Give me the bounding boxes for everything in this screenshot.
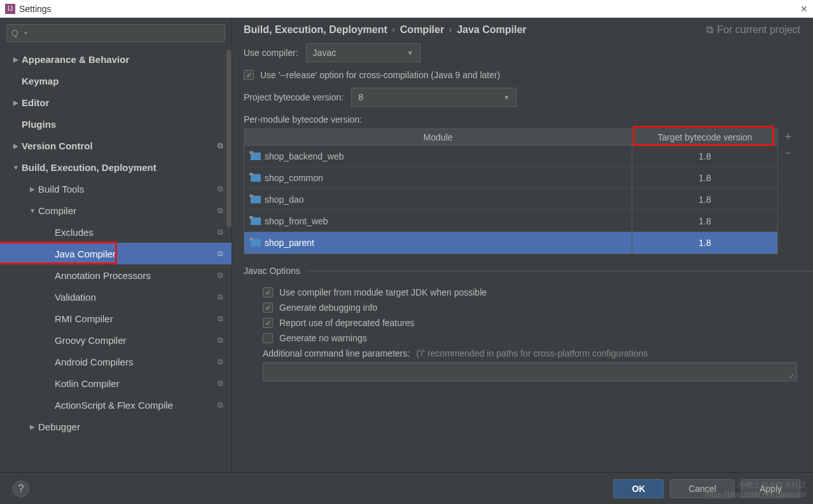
app-logo-icon: IJ	[5, 4, 15, 14]
tree-item-keymap[interactable]: Keymap	[0, 70, 232, 92]
sidebar: Q ▾ ▶Appearance & BehaviorKeymap▶EditorP…	[0, 18, 232, 472]
tree-item-java-compiler[interactable]: Java Compiler⧉	[0, 243, 232, 264]
opt-target-jdk-checkbox[interactable]	[263, 287, 273, 297]
scrollbar[interactable]	[226, 50, 232, 228]
tree-item-version-control[interactable]: ▶Version Control⧉	[0, 135, 232, 156]
table-header: Module Target bytecode version	[244, 129, 777, 146]
project-bytecode-label: Project bytecode version:	[244, 92, 344, 102]
titlebar: IJ Settings ✕	[0, 0, 813, 18]
folder-icon	[251, 153, 261, 160]
copy-icon: ⧉	[218, 336, 226, 344]
opt-no-warnings-checkbox[interactable]	[263, 333, 273, 343]
copy-icon: ⧉	[218, 314, 226, 323]
release-option-label: Use '--release' option for cross-compila…	[260, 70, 500, 80]
tree-arrow-icon: ▶	[11, 99, 20, 106]
breadcrumb-item[interactable]: Build, Execution, Deployment	[244, 24, 387, 36]
chevron-down-icon[interactable]: ▾	[24, 29, 27, 36]
cmdline-hint: ('/' recommended in paths for cross-plat…	[416, 348, 648, 358]
javac-options-group: Javac Options Use compiler from module t…	[244, 266, 813, 381]
tree-arrow-icon: ▶	[28, 186, 37, 193]
tree-item-android-compilers[interactable]: Android Compilers⧉	[0, 351, 232, 372]
table-row[interactable]: shop_dao1.8	[244, 189, 777, 210]
chevron-right-icon: ›	[449, 25, 452, 34]
tree-item-actionscript-flex-compile[interactable]: ActionScript & Flex Compile⧉	[0, 394, 232, 416]
per-module-label: Per-module bytecode version:	[244, 114, 813, 125]
cmdline-label: Additional command line parameters:	[263, 348, 410, 358]
search-box: Q ▾	[6, 24, 225, 42]
copy-icon: ⧉	[218, 228, 226, 236]
tree-item-validation[interactable]: Validation⧉	[0, 286, 232, 308]
copy-icon: ⧉	[218, 206, 226, 215]
tree-arrow-icon: ▶	[11, 56, 20, 63]
chevron-right-icon: ›	[393, 25, 395, 34]
for-current-project: ⧉ For current project	[706, 24, 800, 36]
folder-icon	[251, 174, 261, 182]
tree-item-groovy-compiler[interactable]: Groovy Compiler⧉	[0, 329, 232, 351]
tree-item-plugins[interactable]: Plugins	[0, 113, 232, 135]
watermark: @稀土掘金技术社区 https://blog.csdn.net/Dawsson	[705, 480, 807, 499]
tree-item-kotlin-compiler[interactable]: Kotlin Compiler⧉	[0, 372, 232, 394]
opt-deprecated-checkbox[interactable]	[263, 318, 273, 328]
tree-arrow-icon: ▶	[28, 423, 37, 430]
chevron-down-icon: ▼	[407, 50, 413, 57]
tree-arrow-icon: ▼	[11, 164, 20, 171]
copy-icon: ⧉	[218, 357, 226, 366]
search-icon: Q	[11, 28, 18, 38]
tree-item-appearance-behavior[interactable]: ▶Appearance & Behavior	[0, 48, 232, 70]
ok-button[interactable]: OK	[613, 479, 664, 498]
content-pane: Build, Execution, Deployment › Compiler …	[232, 18, 813, 472]
tree-arrow-icon: ▼	[28, 207, 37, 214]
th-module: Module	[244, 129, 632, 145]
folder-icon	[251, 196, 261, 203]
breadcrumb-item[interactable]: Compiler	[400, 24, 444, 36]
tree-item-editor[interactable]: ▶Editor	[0, 92, 232, 113]
copy-icon: ⧉	[218, 292, 226, 301]
tree-item-excludes[interactable]: Excludes⧉	[0, 221, 232, 243]
tree-item-build-execution-deployment[interactable]: ▼Build, Execution, Deployment	[0, 156, 232, 178]
copy-icon: ⧉	[218, 141, 226, 150]
close-icon[interactable]: ✕	[800, 4, 808, 14]
search-input[interactable]	[6, 24, 225, 42]
use-compiler-label: Use compiler:	[244, 48, 298, 58]
opt-debug-info-checkbox[interactable]	[263, 303, 273, 313]
folder-icon	[251, 239, 261, 247]
chevron-down-icon: ▼	[503, 94, 510, 101]
tree-item-compiler[interactable]: ▼Compiler⧉	[0, 200, 232, 221]
breadcrumb: Build, Execution, Deployment › Compiler …	[244, 24, 813, 43]
table-row[interactable]: shop_parent1.8	[244, 232, 777, 254]
copy-icon: ⧉	[218, 379, 226, 388]
tree-item-annotation-processors[interactable]: Annotation Processors⧉	[0, 264, 232, 286]
tree-item-rmi-compiler[interactable]: RMI Compiler⧉	[0, 308, 232, 329]
th-target: Target bytecode version	[632, 129, 777, 145]
release-option-checkbox[interactable]	[244, 70, 254, 80]
tree-item-build-tools[interactable]: ▶Build Tools⧉	[0, 178, 232, 200]
help-button[interactable]: ?	[13, 480, 29, 497]
table-row[interactable]: shop_common1.8	[244, 167, 777, 189]
copy-icon: ⧉	[218, 184, 226, 193]
remove-row-button[interactable]: －	[782, 145, 795, 158]
table-row[interactable]: shop_backend_web1.8	[244, 146, 777, 167]
copy-icon: ⧉	[218, 249, 226, 258]
window-title: Settings	[19, 4, 52, 14]
breadcrumb-item[interactable]: Java Compiler	[457, 24, 526, 36]
project-bytecode-dropdown[interactable]: 8 ▼	[351, 88, 517, 107]
copy-icon: ⧉	[218, 271, 226, 280]
settings-tree: ▶Appearance & BehaviorKeymap▶EditorPlugi…	[0, 48, 232, 472]
table-row[interactable]: shop_front_web1.8	[244, 210, 777, 232]
tree-item-debugger[interactable]: ▶Debugger	[0, 416, 232, 437]
folder-icon	[251, 217, 261, 225]
expand-icon[interactable]: ⤢	[789, 372, 794, 379]
module-table: Module Target bytecode version shop_back…	[244, 128, 778, 254]
use-compiler-dropdown[interactable]: Javac ▼	[306, 43, 420, 62]
copy-icon: ⧉	[218, 400, 226, 409]
cmdline-input[interactable]: ⤢	[263, 362, 797, 381]
footer: ? OK Cancel Apply	[0, 472, 813, 504]
add-row-button[interactable]: ＋	[782, 128, 795, 141]
copy-icon: ⧉	[706, 24, 713, 36]
javac-options-legend: Javac Options	[244, 266, 307, 276]
tree-arrow-icon: ▶	[11, 142, 20, 149]
